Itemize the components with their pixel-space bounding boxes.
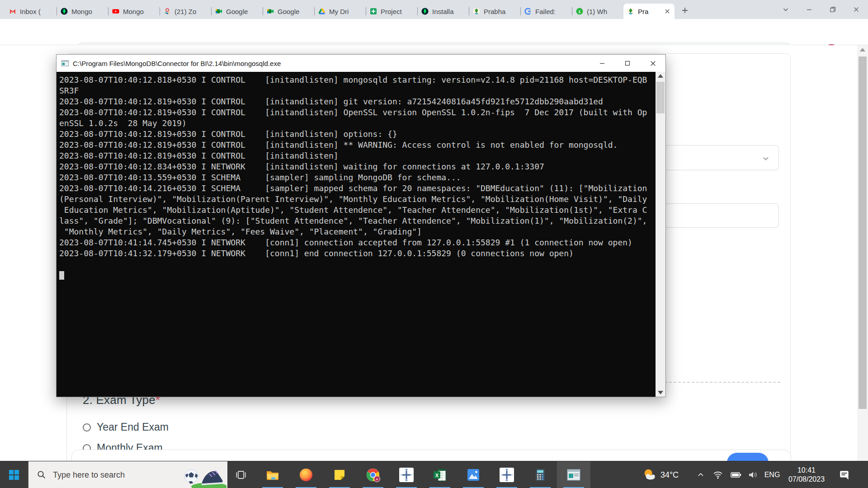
tab-title: Prabha: [484, 8, 517, 15]
file-explorer-icon: [265, 468, 280, 482]
chevron-up-icon: [697, 471, 704, 479]
tab-google[interactable]: Google: [212, 4, 263, 19]
console-log-line: (Personal Interview)", "Mobilization(Par…: [59, 194, 656, 205]
tab-project[interactable]: Project: [366, 4, 417, 19]
tab-1-wh[interactable]: 1(1) Wh: [572, 4, 623, 19]
console-window-icon: [566, 468, 581, 482]
console-log-line: 2023-08-07T10:40:13.559+0530 I SCHEMA [s…: [59, 172, 656, 183]
console-icon: [61, 59, 69, 67]
tab-pra[interactable]: Pra: [623, 4, 675, 19]
console-log-line: 2023-08-07T10:40:12.819+0530 I CONTROL […: [59, 107, 656, 118]
console-log-line: 2023-08-07T10:40:12.818+0530 I CONTROL […: [59, 75, 656, 85]
restore-window-button[interactable]: [821, 0, 844, 19]
console-log-line: 2023-08-07T10:40:12.834+0530 I NETWORK […: [59, 161, 656, 172]
tab-title: Mongo: [123, 8, 156, 15]
task-view-button[interactable]: [227, 461, 255, 488]
console-log-line: 2023-08-07T10:40:12.819+0530 I CONTROL […: [59, 96, 656, 107]
action-center-button[interactable]: [834, 461, 855, 488]
scroll-up-icon[interactable]: [658, 74, 663, 78]
tab-mongo[interactable]: Mongo: [108, 4, 160, 19]
browser-window-controls: [774, 0, 868, 19]
volume-icon: [748, 471, 758, 479]
tab-title: (1) Wh: [587, 8, 620, 15]
taskbar-search[interactable]: Type here to search: [28, 461, 227, 488]
close-icon: [650, 60, 656, 67]
tab-title: Google: [278, 8, 311, 15]
console-cursor: [59, 271, 64, 280]
prabhaav-icon: [473, 8, 480, 15]
close-tab-icon[interactable]: [664, 8, 671, 15]
close-window-button[interactable]: [844, 0, 868, 19]
console-log-line: 2023-08-07T10:40:12.819+0530 I CONTROL […: [59, 129, 656, 140]
tab-installa[interactable]: Installa: [418, 4, 469, 19]
console-body[interactable]: 2023-08-07T10:40:12.818+0530 I CONTROL […: [57, 72, 656, 397]
taskbar: Type here to search AX 34°C: [0, 461, 868, 488]
chrome-taskbar-button[interactable]: A: [356, 461, 390, 488]
svg-text:X: X: [435, 473, 439, 478]
tab-prabha[interactable]: Prabha: [469, 4, 520, 19]
console-log-line: Education Metrics", "Mobilization(Aptitu…: [59, 205, 656, 216]
firefox-taskbar-button[interactable]: [289, 461, 323, 488]
tab-mongo[interactable]: Mongo: [57, 4, 108, 19]
page-scrollbar[interactable]: [857, 45, 868, 488]
tableau-icon: [399, 468, 414, 482]
search-icon: [37, 470, 47, 480]
chevron-down-icon: [761, 154, 770, 163]
tab-title: Mongo: [71, 8, 104, 15]
calculator-taskbar-button[interactable]: [524, 461, 557, 488]
console-window-controls: [590, 55, 665, 72]
hidden-icons-button[interactable]: [693, 461, 708, 488]
svg-text:A: A: [376, 477, 378, 481]
minimize-icon: [806, 6, 813, 13]
console-window-taskbar-button[interactable]: [557, 461, 590, 488]
console-window[interactable]: C:\Program Files\MongoDB\Connector for B…: [56, 54, 666, 397]
wifi-icon: [713, 470, 723, 479]
excel-taskbar-button[interactable]: X: [423, 461, 457, 488]
weather-widget[interactable]: 34°C: [631, 461, 690, 488]
tab-search-chevron-icon[interactable]: [774, 0, 797, 19]
wifi-status[interactable]: [710, 461, 726, 488]
console-log-line: 2023-08-07T10:41:14.745+0530 I NETWORK […: [59, 237, 656, 248]
calculator-icon: [533, 468, 547, 482]
radio-button[interactable]: [83, 423, 91, 432]
chrome-icon: A: [366, 468, 380, 482]
tab-title: Installa: [432, 8, 465, 15]
minimize-window-button[interactable]: [797, 0, 821, 19]
console-output: 2023-08-07T10:40:12.818+0530 I CONTROL […: [59, 75, 656, 259]
console-close-button[interactable]: [640, 55, 665, 72]
console-scrollbar[interactable]: [656, 72, 665, 397]
tableau-icon: [500, 468, 514, 482]
tableau-taskbar-button[interactable]: [390, 461, 423, 488]
language-indicator[interactable]: ENG: [762, 461, 782, 488]
scroll-up-icon[interactable]: [860, 48, 865, 52]
console-log-line: 2023-08-07T10:40:12.819+0530 I CONTROL […: [59, 150, 656, 161]
tab-title: Google: [226, 8, 259, 15]
console-log-line: lass", "Grade"]; "DBMVocational" (9): ["…: [59, 216, 656, 226]
meet-icon: [215, 8, 222, 15]
temperature-text: 34°C: [660, 470, 679, 480]
console-maximize-button[interactable]: [615, 55, 640, 72]
tab-inbox[interactable]: Inbox (: [5, 4, 57, 19]
football-doodle: [179, 464, 226, 488]
console-minimize-button[interactable]: [590, 55, 615, 72]
sticky-notes-taskbar-button[interactable]: [323, 461, 356, 488]
tab-21-zo[interactable]: (21) Zo: [160, 4, 211, 19]
tab-google[interactable]: Google: [263, 4, 314, 19]
option-year-end-exam[interactable]: Year End Exam: [83, 421, 169, 433]
tab-my-dri[interactable]: My Dri: [315, 4, 366, 19]
console-log-line: 2023-08-07T10:41:32.179+0530 I NETWORK […: [59, 248, 656, 259]
console-title-bar[interactable]: C:\Program Files\MongoDB\Connector for B…: [57, 55, 665, 72]
volume-status[interactable]: [745, 461, 761, 488]
console-scrollbar-thumb[interactable]: [656, 82, 665, 113]
scroll-down-icon[interactable]: [658, 391, 663, 394]
photos-taskbar-button[interactable]: [457, 461, 490, 488]
youtube-icon: [112, 8, 119, 15]
page-scrollbar-thumb[interactable]: [859, 56, 867, 409]
start-button[interactable]: [0, 461, 28, 488]
battery-status[interactable]: [728, 461, 744, 488]
clock-widget[interactable]: 10:41 07/08/2023: [783, 461, 830, 488]
tableau-taskbar-button[interactable]: [490, 461, 524, 488]
new-tab-button[interactable]: [678, 4, 692, 17]
file-explorer-taskbar-button[interactable]: [256, 461, 289, 488]
tab-failed[interactable]: Failed:: [521, 4, 572, 19]
